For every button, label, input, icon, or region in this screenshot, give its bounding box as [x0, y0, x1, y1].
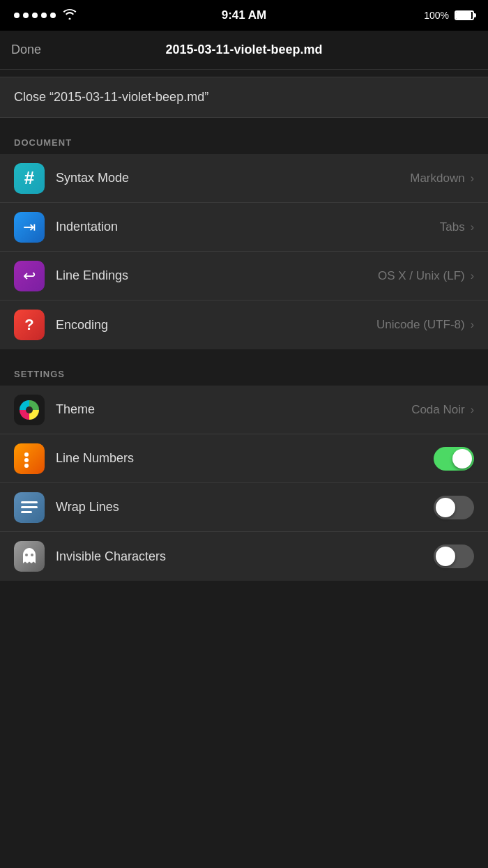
encoding-value: Unicode (UTF-8) [376, 318, 465, 332]
line-endings-icon: ↩ [14, 261, 45, 291]
tab-arrow-icon: ⇥ [23, 218, 36, 236]
done-button[interactable]: Done [11, 43, 41, 57]
chevron-icon: › [471, 172, 474, 185]
signal-dot [32, 13, 38, 18]
lines-icon [20, 500, 39, 515]
spacer-2 [0, 349, 488, 356]
toggle-thumb [436, 547, 455, 566]
syntax-mode-row[interactable]: # Syntax Mode Markdown › [0, 154, 488, 203]
close-document-label: Close “2015-03-11-violet-beep.md” [14, 90, 208, 104]
svg-point-4 [24, 464, 29, 468]
encoding-label: Encoding [56, 318, 376, 333]
encoding-row[interactable]: ? Encoding Unicode (UTF-8) › [0, 300, 488, 349]
chevron-icon: › [471, 221, 474, 234]
document-header-label: DOCUMENT [14, 137, 72, 148]
signal-dots [14, 13, 56, 18]
indentation-icon: ⇥ [14, 212, 45, 243]
line-endings-row[interactable]: ↩ Line Endings OS X / Unix (LF) › [0, 252, 488, 300]
invisible-characters-toggle[interactable] [434, 545, 474, 568]
chevron-icon: › [471, 404, 474, 416]
question-mark-icon: ? [24, 316, 33, 334]
invisible-characters-row[interactable]: Invisible Characters [0, 532, 488, 581]
return-arrow-icon: ↩ [23, 267, 36, 285]
close-document-row[interactable]: Close “2015-03-11-violet-beep.md” [0, 77, 488, 118]
bottom-spacer [0, 581, 488, 609]
battery-fill [456, 12, 471, 19]
svg-rect-6 [21, 506, 38, 508]
status-left [14, 9, 77, 22]
svg-point-9 [31, 554, 33, 556]
theme-label: Theme [56, 402, 411, 417]
toggle-thumb [436, 498, 455, 517]
app-settings-group: Theme Coda Noir › Line Numbers Wrap Line… [0, 386, 488, 581]
settings-header-label: SETTINGS [14, 369, 65, 379]
status-right: 100% [424, 10, 474, 21]
chevron-icon: › [471, 270, 474, 282]
svg-rect-5 [21, 501, 38, 503]
indentation-row[interactable]: ⇥ Indentation Tabs › [0, 203, 488, 252]
syntax-mode-icon: # [14, 163, 45, 194]
syntax-mode-label: Syntax Mode [56, 171, 410, 185]
theme-icon [14, 395, 45, 425]
battery-icon [455, 10, 474, 20]
status-time: 9:41 AM [222, 8, 267, 22]
status-bar: 9:41 AM 100% [0, 0, 488, 31]
document-section-header: DOCUMENT [0, 125, 488, 154]
svg-point-8 [25, 554, 28, 556]
svg-rect-7 [21, 511, 32, 513]
document-settings-group: # Syntax Mode Markdown › ⇥ Indentation T… [0, 154, 488, 349]
hash-icon: # [24, 167, 34, 189]
wrap-lines-icon [14, 492, 45, 523]
chevron-icon: › [471, 319, 474, 331]
line-endings-label: Line Endings [56, 268, 378, 283]
line-endings-value: OS X / Unix (LF) [378, 269, 465, 283]
line-numbers-toggle[interactable] [434, 447, 474, 471]
battery-percent: 100% [424, 10, 449, 21]
signal-dot [41, 13, 47, 18]
line-numbers-row[interactable]: Line Numbers [0, 434, 488, 483]
signal-dot [23, 13, 29, 18]
wrap-lines-row[interactable]: Wrap Lines [0, 483, 488, 532]
signal-dot [14, 13, 20, 18]
svg-point-2 [24, 452, 29, 457]
theme-row[interactable]: Theme Coda Noir › [0, 386, 488, 434]
pie-icon [18, 399, 40, 421]
wrap-lines-toggle[interactable] [434, 496, 474, 519]
svg-point-1 [26, 406, 33, 413]
nav-title: 2015-03-11-violet-beep.md [165, 43, 322, 57]
ghost-icon [20, 547, 39, 566]
signal-dot [50, 13, 56, 18]
syntax-mode-value: Markdown [410, 172, 464, 185]
ellipsis-icon [21, 449, 38, 469]
line-numbers-label: Line Numbers [56, 451, 434, 466]
wrap-lines-label: Wrap Lines [56, 500, 434, 515]
encoding-icon: ? [14, 310, 45, 340]
indentation-label: Indentation [56, 220, 440, 234]
invisible-characters-icon [14, 541, 45, 572]
spacer-1 [0, 118, 488, 125]
svg-point-3 [24, 458, 29, 462]
theme-value: Coda Noir [411, 403, 465, 417]
wifi-icon [63, 9, 77, 22]
invisible-characters-label: Invisible Characters [56, 549, 434, 564]
indentation-value: Tabs [440, 220, 465, 234]
toggle-thumb [452, 449, 472, 469]
line-numbers-icon [14, 443, 45, 474]
settings-section-header: SETTINGS [0, 356, 488, 386]
nav-bar: Done 2015-03-11-violet-beep.md [0, 31, 488, 70]
